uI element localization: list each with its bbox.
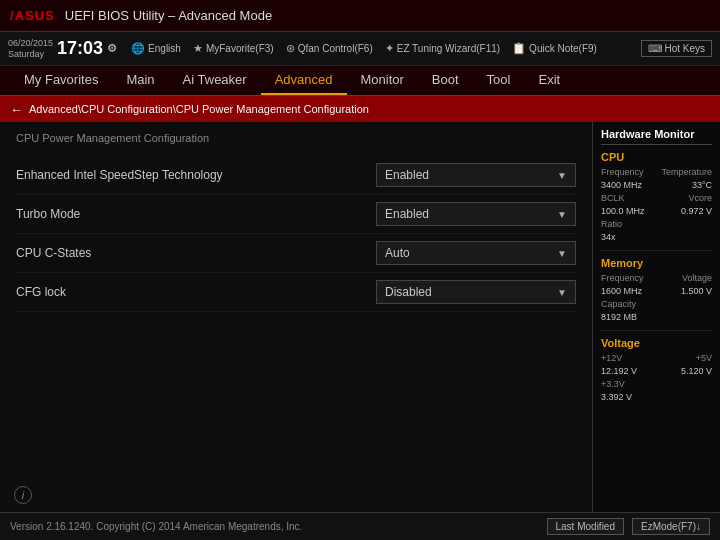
hw-volt-12-label: +12V — [601, 353, 622, 363]
ez-mode-button[interactable]: EzMode(F7)↓ — [632, 518, 710, 535]
hw-mem-cap-row: Capacity — [601, 299, 712, 309]
config-select-cfglock[interactable]: Disabled ▼ — [376, 280, 576, 304]
nav-item-monitor[interactable]: Monitor — [347, 66, 418, 95]
language-icon: 🌐 — [131, 42, 145, 55]
hw-volt-33-label: +3.3V — [601, 379, 625, 389]
hw-divider-2 — [601, 330, 712, 331]
hw-cpu-freq-row: Frequency Temperature — [601, 167, 712, 177]
hw-mem-freq-label: Frequency — [601, 273, 644, 283]
nav-item-boot[interactable]: Boot — [418, 66, 473, 95]
hw-volt-33-val-row: 3.392 V — [601, 392, 712, 402]
hw-volt-12-val-row: 12.192 V 5.120 V — [601, 366, 712, 376]
hw-memory-section: Memory Frequency Voltage 1600 MHz 1.500 … — [601, 257, 712, 322]
toolbar-myfavorite[interactable]: ★ MyFavorite(F3) — [193, 42, 274, 55]
nav-item-my-favorites[interactable]: My Favorites — [10, 66, 112, 95]
nav-item-advanced[interactable]: Advanced — [261, 66, 347, 95]
chevron-down-icon: ▼ — [557, 248, 567, 259]
nav-menu: My Favorites Main Ai Tweaker Advanced Mo… — [0, 66, 720, 96]
hw-volt-5-label: +5V — [696, 353, 712, 363]
hw-volt-5-value: 5.120 V — [681, 366, 712, 376]
hw-volt-33-row: +3.3V — [601, 379, 712, 389]
config-label-cfglock: CFG lock — [16, 285, 376, 299]
hw-cpu-freq-label: Frequency — [601, 167, 644, 177]
hw-mem-cap-label: Capacity — [601, 299, 636, 309]
toolbar-qfan[interactable]: ⊛ Qfan Control(F6) — [286, 42, 373, 55]
hw-mem-cap-val-row: 8192 MB — [601, 312, 712, 322]
asus-logo: /ASUS — [10, 8, 55, 23]
bios-title: UEFI BIOS Utility – Advanced Mode — [65, 8, 272, 23]
hw-mem-freq-value: 1600 MHz — [601, 286, 642, 296]
hw-cpu-freq-value: 3400 MHz — [601, 180, 642, 190]
keyboard-icon: ⌨ — [648, 43, 662, 54]
hw-cpu-bclk-value: 100.0 MHz — [601, 206, 645, 216]
info-icon[interactable]: i — [14, 486, 32, 504]
config-label-speedstep: Enhanced Intel SpeedStep Technology — [16, 168, 376, 182]
config-select-cstates[interactable]: Auto ▼ — [376, 241, 576, 265]
hw-volt-12-row: +12V +5V — [601, 353, 712, 363]
hw-cpu-ratio-label: Ratio — [601, 219, 622, 229]
hw-mem-freq-row: Frequency Voltage — [601, 273, 712, 283]
hw-cpu-ratio-row: Ratio — [601, 219, 712, 229]
breadcrumb: ← Advanced\CPU Configuration\CPU Power M… — [0, 96, 720, 122]
gear-icon[interactable]: ⚙ — [107, 42, 117, 55]
hw-cpu-ratio-val-row: 34x — [601, 232, 712, 242]
hw-cpu-vcore-value: 0.972 V — [681, 206, 712, 216]
top-bar: /ASUS UEFI BIOS Utility – Advanced Mode — [0, 0, 720, 32]
hw-volt-33-value: 3.392 V — [601, 392, 632, 402]
back-arrow-icon[interactable]: ← — [10, 102, 23, 117]
config-select-turbo[interactable]: Enabled ▼ — [376, 202, 576, 226]
hw-cpu-freq-val-row: 3400 MHz 33°C — [601, 180, 712, 190]
toolbar-time: 17:03 ⚙ — [57, 38, 117, 59]
hw-mem-volt-label: Voltage — [682, 273, 712, 283]
hw-monitor-sidebar: Hardware Monitor CPU Frequency Temperatu… — [592, 122, 720, 512]
note-icon: 📋 — [512, 42, 526, 55]
hw-cpu-bclk-row: BCLK Vcore — [601, 193, 712, 203]
footer-version: Version 2.16.1240. Copyright (C) 2014 Am… — [10, 521, 302, 532]
hotkeys-button[interactable]: ⌨ Hot Keys — [641, 40, 712, 57]
hw-cpu-bclk-val-row: 100.0 MHz 0.972 V — [601, 206, 712, 216]
nav-item-tool[interactable]: Tool — [473, 66, 525, 95]
chevron-down-icon: ▼ — [557, 209, 567, 220]
last-modified-button[interactable]: Last Modified — [547, 518, 624, 535]
hw-cpu-vcore-label: Vcore — [688, 193, 712, 203]
config-label-cstates: CPU C-States — [16, 246, 376, 260]
toolbar: 06/20/2015 Saturday 17:03 ⚙ 🌐 English ★ … — [0, 32, 720, 66]
hw-divider-1 — [601, 250, 712, 251]
hw-mem-cap-value: 8192 MB — [601, 312, 637, 322]
nav-item-main[interactable]: Main — [112, 66, 168, 95]
main-area: CPU Power Management Configuration Enhan… — [0, 122, 720, 512]
nav-item-ai-tweaker[interactable]: Ai Tweaker — [169, 66, 261, 95]
hw-cpu-bclk-label: BCLK — [601, 193, 625, 203]
hw-cpu-section: CPU Frequency Temperature 3400 MHz 33°C … — [601, 151, 712, 242]
footer: Version 2.16.1240. Copyright (C) 2014 Am… — [0, 512, 720, 540]
config-row-speedstep: Enhanced Intel SpeedStep Technology Enab… — [16, 156, 576, 195]
hw-cpu-heading: CPU — [601, 151, 712, 163]
config-row-cstates: CPU C-States Auto ▼ — [16, 234, 576, 273]
content-panel: CPU Power Management Configuration Enhan… — [0, 122, 592, 512]
hw-mem-volt-value: 1.500 V — [681, 286, 712, 296]
config-select-speedstep[interactable]: Enabled ▼ — [376, 163, 576, 187]
wizard-icon: ✦ — [385, 42, 394, 55]
hw-volt-12-value: 12.192 V — [601, 366, 637, 376]
hw-cpu-temp-value: 33°C — [692, 180, 712, 190]
chevron-down-icon: ▼ — [557, 287, 567, 298]
toolbar-language[interactable]: 🌐 English — [131, 42, 181, 55]
hw-memory-heading: Memory — [601, 257, 712, 269]
hw-cpu-ratio-value: 34x — [601, 232, 616, 242]
chevron-down-icon: ▼ — [557, 170, 567, 181]
star-icon: ★ — [193, 42, 203, 55]
config-row-turbo: Turbo Mode Enabled ▼ — [16, 195, 576, 234]
nav-item-exit[interactable]: Exit — [524, 66, 574, 95]
footer-buttons: Last Modified EzMode(F7)↓ — [547, 518, 711, 535]
section-title: CPU Power Management Configuration — [16, 132, 576, 144]
hw-mem-freq-val-row: 1600 MHz 1.500 V — [601, 286, 712, 296]
fan-icon: ⊛ — [286, 42, 295, 55]
toolbar-quick-note[interactable]: 📋 Quick Note(F9) — [512, 42, 597, 55]
toolbar-items: 🌐 English ★ MyFavorite(F3) ⊛ Qfan Contro… — [131, 42, 627, 55]
hw-monitor-title: Hardware Monitor — [601, 128, 712, 145]
hw-cpu-temp-label: Temperature — [661, 167, 712, 177]
hw-voltage-section: Voltage +12V +5V 12.192 V 5.120 V +3.3V … — [601, 337, 712, 402]
config-row-cfglock: CFG lock Disabled ▼ — [16, 273, 576, 312]
toolbar-ez-tuning[interactable]: ✦ EZ Tuning Wizard(F11) — [385, 42, 500, 55]
toolbar-date: 06/20/2015 Saturday — [8, 38, 53, 60]
